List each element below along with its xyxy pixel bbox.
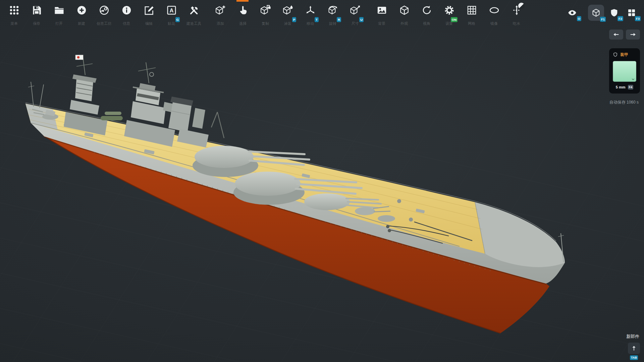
arrow-up-icon (631, 345, 637, 352)
tool-add-part[interactable]: 添加 (213, 5, 228, 26)
eye-icon (568, 8, 577, 17)
hotkey-badge: O (577, 16, 581, 21)
tool-duplicate[interactable]: 复制 (258, 5, 273, 26)
tools-icon (189, 5, 200, 16)
shield-icon (609, 8, 619, 17)
tool-menu[interactable]: 菜单 (7, 5, 21, 26)
armor-thickness: 5 mm (616, 85, 626, 89)
tool-scale[interactable]: U尺寸 (348, 5, 363, 26)
cube-copy-icon (260, 5, 271, 16)
bridge-superstructure (124, 62, 224, 147)
tool-label: 贴花 (168, 21, 175, 26)
steam-icon (99, 5, 110, 16)
cube-rotate-icon (327, 5, 338, 16)
hotkey-badge: U (359, 17, 364, 22)
hotkey-badge: P (292, 17, 296, 22)
ship-boat (101, 116, 123, 120)
tool-label: 编辑 (145, 21, 153, 26)
tool-info[interactable]: 信息 (119, 5, 134, 26)
tool-label: 视角 (423, 21, 430, 26)
tool-mirror[interactable]: 镜像 (487, 5, 501, 26)
tool-save[interactable]: 保存 (29, 5, 44, 26)
main-toolbar: 菜单保存打开新建创意工坊信息编辑AG贴花建造工具添加选择复制P涂装T移动R旋转U… (7, 5, 532, 26)
tool-label: 尺寸 (352, 21, 359, 26)
aft-superstructure (64, 55, 107, 135)
hotkey-badge: ON (451, 17, 458, 22)
tool-label: 添加 (217, 21, 224, 26)
orientation-indicator[interactable] (518, 3, 525, 9)
tool-parts-mode[interactable]: F1 (588, 5, 604, 21)
grid-icon (466, 5, 477, 16)
tool-background[interactable]: 背景 (374, 5, 389, 26)
tool-armor-mode[interactable]: F2 (607, 5, 622, 20)
cube-scale-icon (350, 5, 361, 16)
tool-move[interactable]: T移动 (303, 5, 318, 26)
new-part-button[interactable] (628, 343, 640, 354)
menu-grid-icon (9, 5, 20, 16)
gear-icon (444, 5, 455, 16)
tool-build-tools[interactable]: 建造工具 (186, 5, 201, 26)
image-icon (376, 5, 387, 16)
plus-circle-icon (76, 5, 87, 16)
hotkey-badge: G (175, 17, 180, 22)
tool-label: 吃水 (513, 21, 520, 26)
tool-grid[interactable]: 网格 (464, 5, 479, 26)
undo-button[interactable] (609, 29, 623, 40)
tool-label: 旋转 (329, 21, 336, 26)
text-square-icon: A (166, 5, 177, 16)
arrow-right-icon (629, 31, 637, 38)
folder-icon (54, 5, 65, 16)
shield-icon (613, 52, 618, 58)
hotkey-badge: F2 (618, 16, 623, 21)
tool-visibility[interactable]: O (565, 5, 580, 20)
history-controls (609, 29, 640, 40)
chevron-down-icon (631, 77, 635, 81)
tool-label: 选择 (239, 21, 247, 26)
tool-label: 移动 (307, 21, 314, 26)
tool-decal[interactable]: AG贴花 (164, 5, 179, 26)
tool-label: 建造工具 (186, 21, 201, 26)
armor-color-swatch[interactable] (613, 61, 636, 82)
tool-settings[interactable]: ON设置 (442, 5, 457, 26)
move-axis-icon (305, 5, 316, 16)
tool-edit[interactable]: 编辑 (142, 5, 156, 26)
autosave-status: 自动保存 1060 s (609, 100, 639, 105)
tool-rotate[interactable]: R旋转 (325, 5, 340, 26)
hotkey-badge-f4: F4 (628, 85, 634, 89)
edit-square-icon (144, 5, 155, 16)
hotkey-badge: R (337, 17, 341, 22)
tool-label: 外观 (400, 21, 408, 26)
tool-sections-mode[interactable]: F3 (624, 5, 639, 20)
hotkey-badge: F3 (635, 16, 641, 21)
3d-viewport[interactable] (0, 0, 644, 362)
tool-label: 涂装 (284, 21, 291, 26)
tool-new[interactable]: 新建 (74, 5, 89, 26)
tool-label: 打开 (55, 21, 63, 26)
svg-text:A: A (169, 7, 173, 13)
armor-panel: 装甲 5 mm F4 (609, 48, 640, 94)
armor-panel-title: 装甲 (620, 52, 628, 58)
new-part-control: 新部件 TAB (626, 334, 640, 360)
info-icon (121, 5, 132, 16)
tool-open[interactable]: 打开 (52, 5, 66, 26)
cube-icon (591, 8, 601, 17)
cube-paint-icon (282, 5, 293, 16)
tool-paint[interactable]: P涂装 (280, 5, 295, 26)
tool-reset-view[interactable]: 视角 (419, 5, 434, 26)
arrow-left-icon (612, 31, 620, 38)
tool-workshop[interactable]: 创意工坊 (97, 5, 111, 26)
save-icon (31, 5, 42, 16)
hotkey-badge: F1 (600, 17, 606, 22)
hotkey-badge: T (315, 17, 319, 22)
hand-pointer-icon (237, 5, 249, 16)
redo-button[interactable] (626, 29, 640, 40)
tool-appearance[interactable]: 外观 (397, 5, 412, 26)
cube-icon (399, 5, 410, 16)
grid-2x2-icon (627, 8, 636, 17)
tool-label: 新建 (78, 21, 85, 26)
tool-label: 背景 (378, 21, 385, 26)
hotkey-badge-tab: TAB (630, 355, 638, 360)
ellipse-icon (489, 5, 500, 16)
tool-select[interactable]: 选择 (235, 5, 250, 26)
ship-model[interactable] (0, 0, 644, 362)
